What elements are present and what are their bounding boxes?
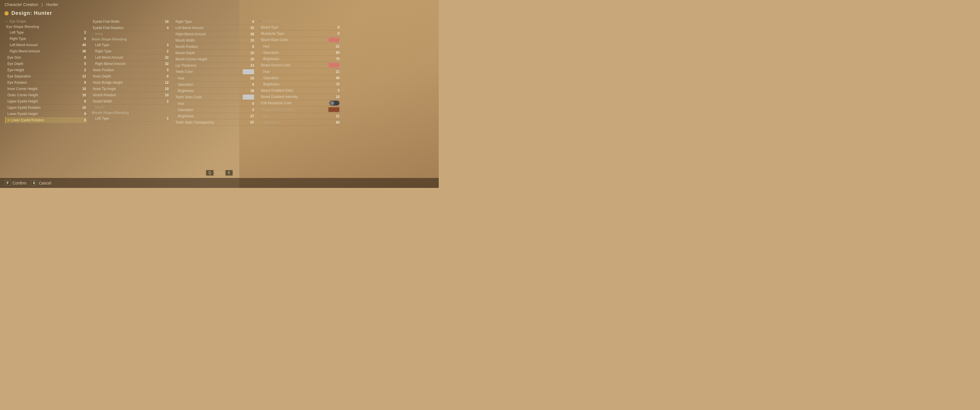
param-row[interactable]: Right Type 8 bbox=[173, 19, 255, 25]
param-row[interactable]: Saturation 60 bbox=[259, 119, 341, 126]
param-row[interactable]: Hue 21 bbox=[259, 113, 341, 119]
param-row[interactable]: Mustache Type 0 bbox=[259, 30, 341, 37]
param-row[interactable]: Upper Eyelid Height 9 bbox=[5, 98, 87, 105]
param-value: 13 bbox=[246, 64, 254, 67]
param-value: 10 bbox=[246, 57, 254, 61]
next-page-label: E bbox=[228, 171, 230, 175]
param-value: 5 bbox=[332, 89, 340, 92]
param-row[interactable]: Right Blend Amount 36 bbox=[5, 48, 87, 54]
param-row[interactable]: Hue 21 bbox=[259, 68, 341, 75]
param-name: Teeth Stain Color bbox=[175, 95, 243, 99]
param-row[interactable]: Beard Gradient Intensity 10 bbox=[259, 94, 341, 100]
param-row[interactable]: Eye Depth 5 bbox=[5, 60, 87, 67]
param-row[interactable]: Saturation 60 bbox=[259, 49, 341, 56]
param-row[interactable]: Mouth Position 8 bbox=[173, 44, 255, 50]
param-row[interactable]: Left Blend Amount 40 bbox=[5, 42, 87, 48]
param-row[interactable]: Hue 0 bbox=[173, 100, 255, 107]
param-name: Teeth Color bbox=[175, 70, 243, 74]
param-row[interactable]: Nose Tip Angle 10 bbox=[91, 86, 170, 92]
param-row[interactable]: Beard Accent Color bbox=[259, 62, 341, 68]
param-row[interactable]: Teeth Color bbox=[173, 68, 255, 75]
param-row[interactable]: Saturation 40 bbox=[259, 75, 341, 81]
col-eye-shape: ✦ Eye Shape Eye Shape Blending Left Type… bbox=[3, 19, 89, 168]
param-row[interactable]: Brightness 38 bbox=[173, 88, 255, 94]
param-row[interactable]: Mustache Base Color bbox=[259, 106, 341, 113]
cancel-button[interactable]: 0 Cancel bbox=[31, 180, 51, 186]
param-value: 21 bbox=[332, 44, 340, 48]
param-row[interactable]: Nose Bridge Height 12 bbox=[91, 79, 170, 86]
param-row[interactable]: Right Blend Amount 32 bbox=[91, 60, 170, 67]
confirm-button[interactable]: F Confirm bbox=[5, 180, 27, 186]
param-row[interactable]: Eyelid Fold Rotation 4 bbox=[91, 25, 170, 31]
param-value: 2 bbox=[161, 99, 169, 103]
facial-hair-section-header: ✦ Facial Hair bbox=[259, 19, 341, 24]
mustache-base-color-swatch[interactable] bbox=[328, 107, 340, 112]
param-row[interactable]: Teeth Stain Transparency 97 bbox=[173, 119, 255, 126]
param-row[interactable]: Eye Rotation 9 bbox=[5, 79, 87, 86]
param-row[interactable]: Beard Gradient Ratio 5 bbox=[259, 87, 341, 94]
param-value: 21 bbox=[332, 70, 340, 74]
param-name: Lip Thickness bbox=[175, 64, 246, 67]
param-row[interactable]: Lower Eyelid Height 9 bbox=[5, 111, 87, 117]
param-row[interactable]: Mouth Width 10 bbox=[173, 37, 255, 44]
param-row[interactable]: Eye Separation 12 bbox=[5, 73, 87, 79]
param-row[interactable]: Nostril Rotation 10 bbox=[91, 92, 170, 98]
param-row[interactable]: Left Blend Amount 32 bbox=[173, 25, 255, 31]
param-row[interactable]: Left Blend Amount 32 bbox=[91, 54, 170, 60]
param-value: 60 bbox=[332, 121, 340, 124]
param-row[interactable]: Edit Mustache Color bbox=[259, 100, 341, 106]
param-row[interactable]: Beard Type 0 bbox=[259, 24, 341, 30]
param-row[interactable]: Left Type 2 bbox=[5, 29, 87, 36]
param-row[interactable]: Saturation 0 bbox=[173, 107, 255, 113]
breadcrumb-sep: ❯ bbox=[40, 2, 44, 7]
param-value: 5 bbox=[78, 62, 86, 66]
param-name: Beard Gradient Ratio bbox=[261, 89, 332, 92]
param-name: Right Type bbox=[175, 20, 246, 24]
param-row[interactable]: Nose Depth 6 bbox=[91, 73, 170, 79]
param-name: Left Blend Amount bbox=[10, 43, 78, 47]
param-row[interactable]: Nostril Width 2 bbox=[91, 98, 170, 105]
param-row[interactable]: Brightness 72 bbox=[259, 81, 341, 87]
next-double-icon: » bbox=[235, 171, 237, 175]
param-row[interactable]: Mouth Corner Height 10 bbox=[173, 56, 255, 62]
main-content: ✦ Eye Shape Eye Shape Blending Left Type… bbox=[0, 19, 439, 168]
param-name: Nose Depth bbox=[93, 74, 161, 78]
param-name: Mouth Position bbox=[175, 45, 246, 49]
param-row[interactable]: Inner Corner Height 10 bbox=[5, 86, 87, 92]
param-row[interactable]: Mouth Depth 10 bbox=[173, 50, 255, 56]
beard-accent-color-swatch[interactable] bbox=[328, 63, 340, 68]
param-row[interactable]: Right Type 2 bbox=[91, 48, 170, 54]
mouth-section-header: ✦ Mouth bbox=[91, 105, 170, 110]
col-nose: Eyelid Fold Width 10 Eyelid Fold Rotatio… bbox=[89, 19, 172, 168]
next-page-button[interactable]: E bbox=[225, 170, 233, 176]
param-row[interactable]: Teeth Stain Color bbox=[173, 94, 255, 100]
eye-shape-label: Eye Shape bbox=[10, 19, 26, 23]
param-row[interactable]: Hue 25 bbox=[173, 75, 255, 81]
param-name: Right Blend Amount bbox=[10, 49, 78, 53]
param-name: Eye Size bbox=[7, 56, 78, 59]
param-value: 10 bbox=[332, 95, 340, 99]
param-row[interactable]: Brightness 75 bbox=[259, 56, 341, 62]
param-row[interactable]: Right Type 6 bbox=[5, 36, 87, 42]
param-row[interactable]: Beard Base Color bbox=[259, 37, 341, 43]
param-row[interactable]: Saturation 9 bbox=[173, 81, 255, 88]
param-row[interactable]: Left Type 1 bbox=[91, 115, 170, 122]
param-row[interactable]: Outer Corner Height 10 bbox=[5, 92, 87, 98]
param-row[interactable]: Eye Height 2 bbox=[5, 67, 87, 73]
param-row[interactable]: Brightness 27 bbox=[173, 113, 255, 119]
param-row[interactable]: Lip Thickness 13 bbox=[173, 62, 255, 68]
param-row[interactable]: Right Blend Amount 38 bbox=[173, 31, 255, 37]
param-row[interactable]: Nose Position 5 bbox=[91, 67, 170, 73]
beard-base-color-swatch[interactable] bbox=[328, 37, 340, 43]
param-row[interactable]: Hue 21 bbox=[259, 43, 341, 49]
param-value: 6 bbox=[78, 37, 86, 41]
param-row[interactable]: Upper Eyelid Rotation 10 bbox=[5, 105, 87, 111]
teeth-color-swatch[interactable] bbox=[243, 69, 254, 74]
param-row-selected[interactable]: Lower Eyelid Rotation 6 bbox=[5, 117, 87, 123]
param-row[interactable]: Left Type 3 bbox=[91, 42, 170, 48]
prev-page-button[interactable]: Q bbox=[206, 170, 214, 176]
edit-mustache-toggle[interactable] bbox=[329, 100, 340, 106]
param-row[interactable]: Eye Size 8 bbox=[5, 54, 87, 60]
teeth-stain-swatch[interactable] bbox=[243, 95, 254, 100]
param-row[interactable]: Eyelid Fold Width 10 bbox=[91, 19, 170, 25]
